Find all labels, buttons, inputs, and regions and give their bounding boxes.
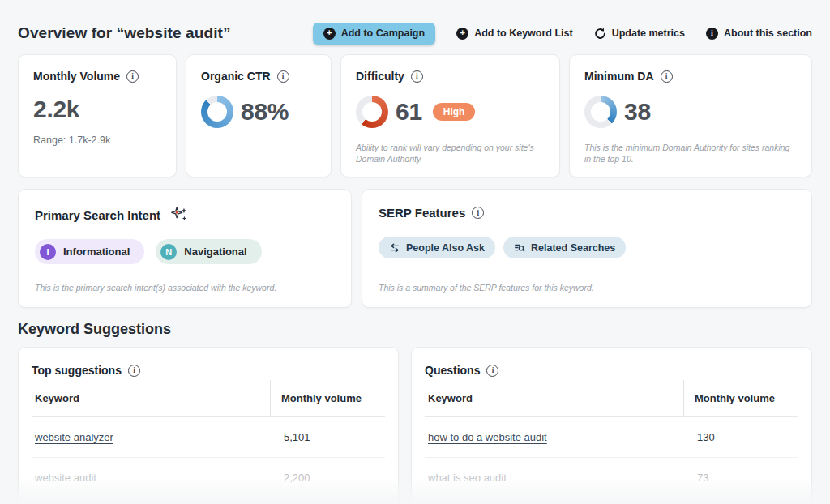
intent-badge-label: Navigational [184, 246, 246, 258]
about-section-button[interactable]: About this section [706, 28, 812, 40]
difficulty-title: Difficulty [356, 70, 404, 83]
primary-search-intent-card: Primary Search Intent I Informational N … [18, 189, 352, 308]
questions-table: Keyword Monthly volume how to do a websi… [425, 380, 798, 498]
top-suggestions-title: Top suggestions [32, 364, 122, 377]
keyword-link[interactable]: website audit [35, 472, 96, 484]
top-suggestions-table: Keyword Monthly volume website analyzer … [32, 380, 385, 498]
column-header-monthly-volume: Monthly volume [270, 380, 385, 416]
intent-badge-label: Informational [63, 246, 130, 258]
organic-ctr-title: Organic CTR [201, 70, 271, 83]
swap-arrows-icon [389, 242, 400, 254]
monthly-volume-title: Monthly Volume [33, 70, 120, 83]
difficulty-card: Difficulty i 61 High Ability to rank wil… [340, 54, 560, 177]
column-header-monthly-volume: Monthly volume [683, 380, 798, 416]
monthly-volume-cell: 5,101 [270, 417, 385, 457]
column-header-keyword: Keyword [425, 380, 683, 416]
questions-title: Questions [425, 364, 480, 377]
difficulty-note: Ability to rank will vary depending on y… [356, 142, 545, 165]
serp-feature-chips: People Also Ask Related Searches [379, 237, 795, 258]
table-header-row: Keyword Monthly volume [425, 380, 798, 417]
update-metrics-button[interactable]: Update metrics [594, 28, 685, 40]
chip-label: People Also Ask [406, 242, 485, 254]
table-row: what is seo audit 73 [425, 458, 798, 498]
list-search-icon [514, 242, 525, 254]
difficulty-donut [356, 96, 388, 128]
info-icon[interactable]: i [277, 70, 289, 83]
plus-circle-icon [323, 28, 336, 40]
chip-related-searches: Related Searches [503, 237, 626, 258]
refresh-icon [594, 28, 606, 40]
keyword-link[interactable]: how to do a website audit [428, 431, 547, 443]
chip-people-also-ask: People Also Ask [379, 237, 495, 258]
header-actions: Add to Campaign Add to Keyword List Upda… [313, 23, 812, 45]
minimum-da-title: Minimum DA [584, 70, 654, 83]
monthly-volume-value: 2.2k [33, 96, 79, 123]
keyword-link[interactable]: website analyzer [35, 431, 113, 443]
chip-label: Related Searches [531, 242, 615, 254]
monthly-volume-range: Range: 1.7k-2.9k [33, 135, 161, 146]
info-icon[interactable]: i [661, 70, 673, 83]
organic-ctr-value: 88% [241, 98, 289, 126]
monthly-volume-cell: 73 [683, 458, 798, 498]
top-bar: Overview for “website audit” Add to Camp… [18, 21, 812, 45]
informational-initial-icon: I [40, 244, 56, 260]
top-suggestions-card: Top suggestions i Keyword Monthly volume… [18, 347, 399, 504]
monthly-volume-cell: 130 [683, 417, 798, 457]
add-to-keyword-list-label: Add to Keyword List [474, 28, 573, 39]
column-header-keyword: Keyword [32, 380, 270, 416]
questions-card: Questions i Keyword Monthly volume how t… [411, 347, 812, 504]
info-icon[interactable]: i [472, 207, 484, 219]
page-title: Overview for “website audit” [18, 24, 231, 42]
table-row: website audit 2,200 [32, 458, 385, 498]
info-icon[interactable]: i [128, 365, 140, 377]
about-section-label: About this section [724, 28, 812, 39]
ai-sparkles-icon [170, 206, 188, 224]
keyword-suggestions-heading: Keyword Suggestions [18, 321, 812, 338]
intent-badges: I Informational N Navigational [35, 239, 335, 264]
serp-note: This is a summary of the SERP features f… [379, 282, 795, 294]
plus-circle-icon [456, 28, 468, 40]
table-row: how to do a website audit 130 [425, 417, 798, 458]
info-icon[interactable]: i [411, 70, 423, 83]
intent-note: This is the primary search intent(s) ass… [35, 282, 335, 294]
organic-ctr-donut [201, 96, 233, 128]
metric-cards-row: Monthly Volume i 2.2k Range: 1.7k-2.9k O… [18, 54, 812, 177]
add-to-campaign-label: Add to Campaign [341, 28, 425, 39]
intent-serp-row: Primary Search Intent I Informational N … [18, 189, 812, 308]
info-icon[interactable]: i [486, 365, 498, 377]
minimum-da-donut [584, 96, 617, 128]
add-to-keyword-list-button[interactable]: Add to Keyword List [456, 28, 573, 40]
table-row: website analyzer 5,101 [32, 417, 385, 458]
primary-search-intent-title: Primary Search Intent [35, 208, 160, 222]
keyword-overview-page: Overview for “website audit” Add to Camp… [0, 0, 830, 504]
minimum-da-note: This is the minimum Domain Authority for… [584, 142, 797, 165]
difficulty-value: 61 [396, 98, 422, 126]
serp-features-title: SERP Features [379, 206, 465, 220]
keyword-link[interactable]: what is seo audit [428, 472, 507, 484]
minimum-da-value: 38 [624, 98, 651, 126]
info-icon[interactable]: i [126, 70, 139, 83]
update-metrics-label: Update metrics [612, 28, 685, 39]
monthly-volume-card: Monthly Volume i 2.2k Range: 1.7k-2.9k [18, 54, 177, 177]
intent-badge-informational: I Informational [35, 239, 144, 264]
serp-features-card: SERP Features i People Also Ask [362, 189, 812, 308]
suggestion-tables-row: Top suggestions i Keyword Monthly volume… [18, 347, 812, 504]
info-filled-icon [706, 28, 718, 40]
difficulty-level-badge: High [433, 103, 476, 121]
table-header-row: Keyword Monthly volume [32, 380, 385, 417]
minimum-da-card: Minimum DA i 38 This is the minimum Doma… [569, 54, 812, 177]
navigational-initial-icon: N [160, 244, 177, 260]
monthly-volume-cell: 2,200 [270, 458, 385, 498]
organic-ctr-card: Organic CTR i 88% [186, 54, 332, 177]
add-to-campaign-button[interactable]: Add to Campaign [313, 23, 435, 45]
intent-badge-navigational: N Navigational [156, 239, 261, 264]
